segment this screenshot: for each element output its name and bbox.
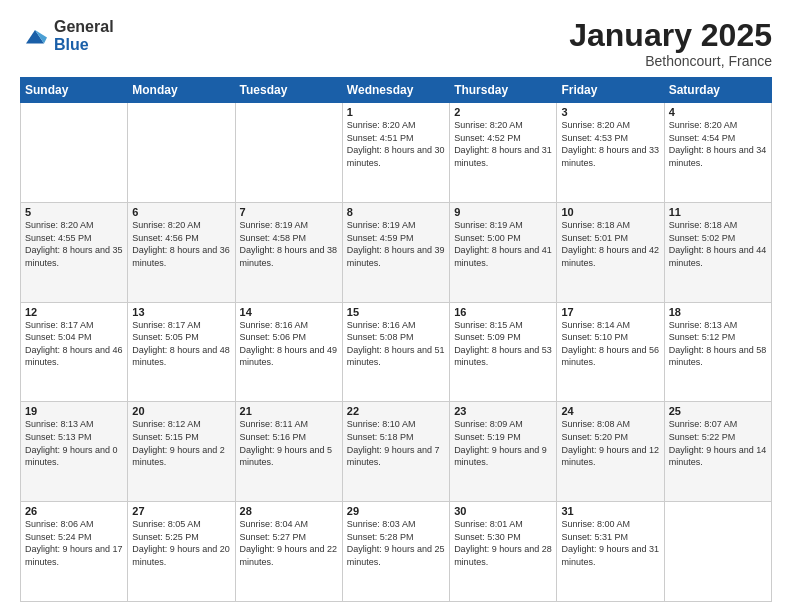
calendar-cell-w4-d4: 30Sunrise: 8:01 AM Sunset: 5:30 PM Dayli… <box>450 502 557 602</box>
day-info: Sunrise: 8:18 AM Sunset: 5:02 PM Dayligh… <box>669 219 767 269</box>
day-info: Sunrise: 8:19 AM Sunset: 4:59 PM Dayligh… <box>347 219 445 269</box>
day-number: 2 <box>454 106 552 118</box>
day-number: 12 <box>25 306 123 318</box>
day-number: 5 <box>25 206 123 218</box>
week-row-4: 26Sunrise: 8:06 AM Sunset: 5:24 PM Dayli… <box>21 502 772 602</box>
day-info: Sunrise: 8:15 AM Sunset: 5:09 PM Dayligh… <box>454 319 552 369</box>
day-number: 25 <box>669 405 767 417</box>
day-info: Sunrise: 8:00 AM Sunset: 5:31 PM Dayligh… <box>561 518 659 568</box>
day-info: Sunrise: 8:06 AM Sunset: 5:24 PM Dayligh… <box>25 518 123 568</box>
calendar-header: Sunday Monday Tuesday Wednesday Thursday… <box>21 78 772 103</box>
day-info: Sunrise: 8:11 AM Sunset: 5:16 PM Dayligh… <box>240 418 338 468</box>
calendar-cell-w3-d1: 20Sunrise: 8:12 AM Sunset: 5:15 PM Dayli… <box>128 402 235 502</box>
day-number: 17 <box>561 306 659 318</box>
day-info: Sunrise: 8:07 AM Sunset: 5:22 PM Dayligh… <box>669 418 767 468</box>
calendar-cell-w1-d1: 6Sunrise: 8:20 AM Sunset: 4:56 PM Daylig… <box>128 202 235 302</box>
logo-general-label: General <box>54 18 114 36</box>
day-info: Sunrise: 8:20 AM Sunset: 4:56 PM Dayligh… <box>132 219 230 269</box>
day-number: 7 <box>240 206 338 218</box>
header-wednesday: Wednesday <box>342 78 449 103</box>
day-number: 28 <box>240 505 338 517</box>
header: General Blue January 2025 Bethoncourt, F… <box>20 18 772 69</box>
day-info: Sunrise: 8:17 AM Sunset: 5:04 PM Dayligh… <box>25 319 123 369</box>
day-info: Sunrise: 8:18 AM Sunset: 5:01 PM Dayligh… <box>561 219 659 269</box>
header-saturday: Saturday <box>664 78 771 103</box>
days-of-week-row: Sunday Monday Tuesday Wednesday Thursday… <box>21 78 772 103</box>
day-info: Sunrise: 8:12 AM Sunset: 5:15 PM Dayligh… <box>132 418 230 468</box>
calendar-cell-w1-d3: 8Sunrise: 8:19 AM Sunset: 4:59 PM Daylig… <box>342 202 449 302</box>
day-number: 11 <box>669 206 767 218</box>
week-row-2: 12Sunrise: 8:17 AM Sunset: 5:04 PM Dayli… <box>21 302 772 402</box>
day-number: 26 <box>25 505 123 517</box>
day-number: 4 <box>669 106 767 118</box>
day-info: Sunrise: 8:16 AM Sunset: 5:08 PM Dayligh… <box>347 319 445 369</box>
calendar-cell-w2-d4: 16Sunrise: 8:15 AM Sunset: 5:09 PM Dayli… <box>450 302 557 402</box>
calendar-cell-w3-d3: 22Sunrise: 8:10 AM Sunset: 5:18 PM Dayli… <box>342 402 449 502</box>
calendar-cell-w0-d3: 1Sunrise: 8:20 AM Sunset: 4:51 PM Daylig… <box>342 103 449 203</box>
day-number: 14 <box>240 306 338 318</box>
day-number: 29 <box>347 505 445 517</box>
day-info: Sunrise: 8:05 AM Sunset: 5:25 PM Dayligh… <box>132 518 230 568</box>
day-number: 18 <box>669 306 767 318</box>
day-number: 30 <box>454 505 552 517</box>
day-info: Sunrise: 8:19 AM Sunset: 4:58 PM Dayligh… <box>240 219 338 269</box>
day-number: 15 <box>347 306 445 318</box>
day-number: 6 <box>132 206 230 218</box>
header-tuesday: Tuesday <box>235 78 342 103</box>
calendar-cell-w3-d5: 24Sunrise: 8:08 AM Sunset: 5:20 PM Dayli… <box>557 402 664 502</box>
calendar-cell-w3-d0: 19Sunrise: 8:13 AM Sunset: 5:13 PM Dayli… <box>21 402 128 502</box>
calendar-cell-w2-d6: 18Sunrise: 8:13 AM Sunset: 5:12 PM Dayli… <box>664 302 771 402</box>
calendar-cell-w4-d0: 26Sunrise: 8:06 AM Sunset: 5:24 PM Dayli… <box>21 502 128 602</box>
calendar-cell-w3-d6: 25Sunrise: 8:07 AM Sunset: 5:22 PM Dayli… <box>664 402 771 502</box>
calendar-cell-w4-d3: 29Sunrise: 8:03 AM Sunset: 5:28 PM Dayli… <box>342 502 449 602</box>
day-info: Sunrise: 8:20 AM Sunset: 4:54 PM Dayligh… <box>669 119 767 169</box>
day-number: 20 <box>132 405 230 417</box>
day-info: Sunrise: 8:09 AM Sunset: 5:19 PM Dayligh… <box>454 418 552 468</box>
calendar-cell-w1-d6: 11Sunrise: 8:18 AM Sunset: 5:02 PM Dayli… <box>664 202 771 302</box>
calendar-table: Sunday Monday Tuesday Wednesday Thursday… <box>20 77 772 602</box>
header-friday: Friday <box>557 78 664 103</box>
day-info: Sunrise: 8:20 AM Sunset: 4:55 PM Dayligh… <box>25 219 123 269</box>
day-info: Sunrise: 8:13 AM Sunset: 5:12 PM Dayligh… <box>669 319 767 369</box>
day-info: Sunrise: 8:13 AM Sunset: 5:13 PM Dayligh… <box>25 418 123 468</box>
calendar-cell-w4-d5: 31Sunrise: 8:00 AM Sunset: 5:31 PM Dayli… <box>557 502 664 602</box>
calendar-cell-w3-d2: 21Sunrise: 8:11 AM Sunset: 5:16 PM Dayli… <box>235 402 342 502</box>
calendar-cell-w3-d4: 23Sunrise: 8:09 AM Sunset: 5:19 PM Dayli… <box>450 402 557 502</box>
day-number: 31 <box>561 505 659 517</box>
day-info: Sunrise: 8:04 AM Sunset: 5:27 PM Dayligh… <box>240 518 338 568</box>
day-number: 13 <box>132 306 230 318</box>
logo-blue-label: Blue <box>54 36 114 54</box>
calendar-cell-w4-d1: 27Sunrise: 8:05 AM Sunset: 5:25 PM Dayli… <box>128 502 235 602</box>
day-info: Sunrise: 8:10 AM Sunset: 5:18 PM Dayligh… <box>347 418 445 468</box>
day-number: 3 <box>561 106 659 118</box>
logo-icon <box>20 21 50 51</box>
calendar-cell-w2-d0: 12Sunrise: 8:17 AM Sunset: 5:04 PM Dayli… <box>21 302 128 402</box>
day-info: Sunrise: 8:19 AM Sunset: 5:00 PM Dayligh… <box>454 219 552 269</box>
calendar-cell-w1-d2: 7Sunrise: 8:19 AM Sunset: 4:58 PM Daylig… <box>235 202 342 302</box>
calendar-cell-w2-d3: 15Sunrise: 8:16 AM Sunset: 5:08 PM Dayli… <box>342 302 449 402</box>
day-number: 23 <box>454 405 552 417</box>
day-number: 16 <box>454 306 552 318</box>
calendar-body: 1Sunrise: 8:20 AM Sunset: 4:51 PM Daylig… <box>21 103 772 602</box>
day-info: Sunrise: 8:03 AM Sunset: 5:28 PM Dayligh… <box>347 518 445 568</box>
day-number: 10 <box>561 206 659 218</box>
calendar-cell-w2-d1: 13Sunrise: 8:17 AM Sunset: 5:05 PM Dayli… <box>128 302 235 402</box>
day-number: 1 <box>347 106 445 118</box>
calendar-cell-w0-d5: 3Sunrise: 8:20 AM Sunset: 4:53 PM Daylig… <box>557 103 664 203</box>
day-number: 8 <box>347 206 445 218</box>
calendar-cell-w1-d5: 10Sunrise: 8:18 AM Sunset: 5:01 PM Dayli… <box>557 202 664 302</box>
header-monday: Monday <box>128 78 235 103</box>
logo: General Blue <box>20 18 114 53</box>
day-number: 22 <box>347 405 445 417</box>
calendar-cell-w0-d1 <box>128 103 235 203</box>
day-info: Sunrise: 8:20 AM Sunset: 4:51 PM Dayligh… <box>347 119 445 169</box>
month-title: January 2025 <box>569 18 772 53</box>
calendar-cell-w4-d6 <box>664 502 771 602</box>
day-info: Sunrise: 8:16 AM Sunset: 5:06 PM Dayligh… <box>240 319 338 369</box>
day-info: Sunrise: 8:20 AM Sunset: 4:52 PM Dayligh… <box>454 119 552 169</box>
logo-text: General Blue <box>54 18 114 53</box>
day-info: Sunrise: 8:14 AM Sunset: 5:10 PM Dayligh… <box>561 319 659 369</box>
calendar-cell-w0-d4: 2Sunrise: 8:20 AM Sunset: 4:52 PM Daylig… <box>450 103 557 203</box>
title-block: January 2025 Bethoncourt, France <box>569 18 772 69</box>
day-number: 24 <box>561 405 659 417</box>
